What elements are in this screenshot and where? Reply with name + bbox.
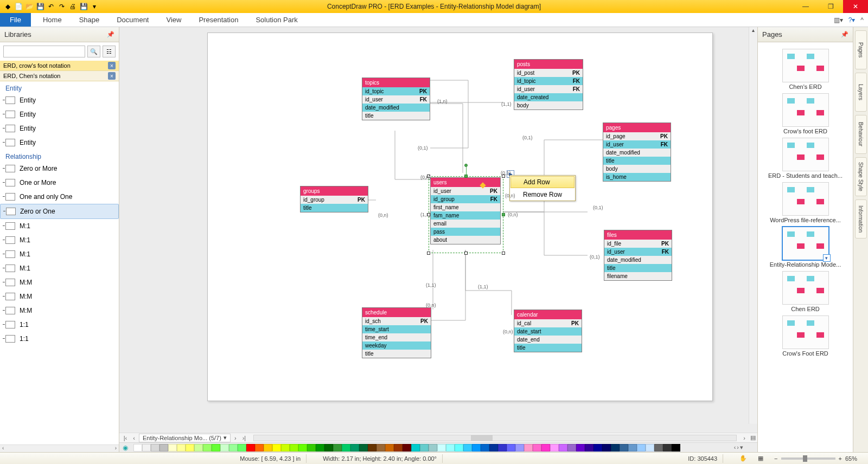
color-swatch[interactable] — [446, 444, 455, 452]
page-thumbnail[interactable] — [782, 138, 829, 171]
hscroll-right-icon[interactable]: › — [740, 435, 749, 441]
horizontal-scrollbar[interactable] — [253, 435, 737, 441]
library-shape-relationship[interactable]: M:1 — [0, 219, 119, 233]
color-swatch[interactable] — [359, 444, 368, 452]
library-shape-entity[interactable]: Entity — [0, 93, 119, 107]
color-swatch[interactable] — [602, 444, 611, 452]
color-swatch[interactable] — [194, 444, 203, 452]
erd-table-posts[interactable]: postsid_postPKid_topicFKid_userFKdate_cr… — [514, 59, 583, 110]
color-swatch[interactable] — [654, 444, 663, 452]
sheet-tab-dropdown-icon[interactable]: ▾ — [224, 434, 227, 441]
library-shape-relationship[interactable]: M:1 — [0, 247, 119, 261]
page-split-icon[interactable]: ▤ — [749, 434, 757, 441]
save-all-icon[interactable]: 💾 — [79, 2, 88, 11]
color-swatch[interactable] — [637, 444, 646, 452]
color-swatch[interactable] — [316, 444, 324, 452]
color-swatch[interactable] — [350, 444, 359, 452]
library-shape-relationship[interactable]: One or More — [0, 176, 119, 190]
library-shape-relationship[interactable]: M:1 — [0, 261, 119, 275]
color-swatch[interactable] — [142, 444, 151, 452]
pin-icon[interactable]: 📌 — [107, 31, 114, 38]
lib-scroll-right-icon[interactable]: › — [115, 445, 117, 452]
page-thumbnail[interactable] — [782, 182, 829, 216]
search-icon[interactable]: 🔍 — [87, 46, 100, 57]
close-icon[interactable]: × — [108, 72, 116, 80]
page-thumbnail[interactable] — [782, 93, 829, 127]
tab-prev-icon[interactable]: ‹ — [130, 435, 138, 441]
thumb-dropdown-icon[interactable]: ▾ — [823, 254, 831, 262]
menu-shape[interactable]: Shape — [71, 13, 108, 27]
redo-icon[interactable]: ↷ — [58, 2, 66, 11]
library-shape-relationship[interactable]: Zero or More — [0, 162, 119, 176]
color-swatch[interactable] — [394, 444, 403, 452]
color-swatch[interactable] — [472, 444, 481, 452]
erd-table-calendar[interactable]: calendarid_calPKdate_startdate_endtitle — [514, 310, 582, 352]
library-shape-entity[interactable]: Entity — [0, 136, 119, 150]
side-tab-information[interactable]: Information — [855, 199, 867, 239]
qat-dropdown-icon[interactable]: ▾ — [90, 2, 99, 11]
file-menu[interactable]: File — [0, 13, 31, 27]
color-swatch[interactable] — [585, 444, 593, 452]
library-shape-relationship[interactable]: One and only One — [0, 190, 119, 204]
erd-table-pages[interactable]: pagesid_pagePKid_userFKdate_modifiedtitl… — [603, 123, 671, 182]
color-swatch[interactable] — [420, 444, 429, 452]
color-swatch[interactable] — [255, 444, 264, 452]
color-swatch[interactable] — [550, 444, 559, 452]
color-swatch[interactable] — [272, 444, 281, 452]
minimize-button[interactable]: — — [793, 0, 818, 13]
palette-next-icon[interactable]: › — [737, 444, 739, 451]
tab-first-icon[interactable]: |‹ — [122, 435, 129, 441]
vertical-scrollbar[interactable]: ▴ — [749, 27, 757, 424]
color-swatch[interactable] — [376, 444, 385, 452]
color-swatch[interactable] — [212, 444, 220, 452]
erd-table-schedule[interactable]: scheduleid_schPKtime_starttime_endweekda… — [362, 307, 431, 358]
new-icon[interactable]: 📄 — [14, 2, 23, 11]
undo-icon[interactable]: ↶ — [47, 2, 55, 11]
color-swatch[interactable] — [559, 444, 567, 452]
color-swatch[interactable] — [403, 444, 411, 452]
color-swatch[interactable] — [264, 444, 272, 452]
lib-scroll-left-icon[interactable]: ‹ — [2, 445, 4, 452]
color-swatch[interactable] — [220, 444, 229, 452]
color-swatch[interactable] — [489, 444, 498, 452]
color-swatch[interactable] — [368, 444, 376, 452]
color-swatch[interactable] — [177, 444, 186, 452]
pan-tool-icon[interactable]: ✋ — [734, 455, 752, 462]
color-swatch[interactable] — [411, 444, 420, 452]
color-swatch[interactable] — [620, 444, 628, 452]
color-swatch[interactable] — [298, 444, 307, 452]
library-shape-relationship[interactable]: 1:1 — [0, 332, 119, 346]
color-swatch[interactable] — [507, 444, 515, 452]
print-icon[interactable]: 🖨 — [68, 2, 77, 11]
color-swatch[interactable] — [455, 444, 463, 452]
side-tab-behaviour[interactable]: Behaviour — [855, 115, 867, 154]
fit-page-icon[interactable]: ▦ — [752, 455, 769, 462]
color-swatch[interactable] — [593, 444, 602, 452]
erd-table-files[interactable]: filesid_filePKid_userFKdate_modifiedtitl… — [604, 230, 672, 281]
menu-presentation[interactable]: Presentation — [190, 13, 247, 27]
library-search-input[interactable] — [3, 46, 85, 57]
color-swatch[interactable] — [672, 444, 680, 452]
color-swatch[interactable] — [429, 444, 437, 452]
color-swatch[interactable] — [159, 444, 168, 452]
palette-menu-icon[interactable]: ▾ — [740, 444, 743, 451]
library-shape-relationship[interactable]: Zero or One — [0, 204, 119, 219]
color-swatch[interactable] — [567, 444, 576, 452]
color-swatch[interactable] — [541, 444, 550, 452]
color-swatch[interactable] — [663, 444, 672, 452]
color-swatch[interactable] — [151, 444, 159, 452]
library-tag[interactable]: ERD, crow's foot notation× — [0, 61, 119, 71]
collapse-ribbon-icon[interactable]: ^ — [860, 16, 864, 24]
color-swatch[interactable] — [515, 444, 524, 452]
open-icon[interactable]: 📂 — [25, 2, 34, 11]
window-dropdown-icon[interactable]: ▥▾ — [834, 16, 843, 24]
drawing-page[interactable]: topicsid_topicPKid_userFKdate_modifiedti… — [207, 33, 713, 401]
color-swatch[interactable] — [133, 444, 142, 452]
color-swatch[interactable] — [481, 444, 489, 452]
color-swatch[interactable] — [437, 444, 446, 452]
zoom-out-icon[interactable]: − — [774, 455, 777, 462]
library-shape-entity[interactable]: Entity — [0, 107, 119, 121]
menu-document[interactable]: Document — [108, 13, 157, 27]
ctx-add-row[interactable]: Add Row — [510, 176, 575, 188]
color-swatch[interactable] — [307, 444, 316, 452]
